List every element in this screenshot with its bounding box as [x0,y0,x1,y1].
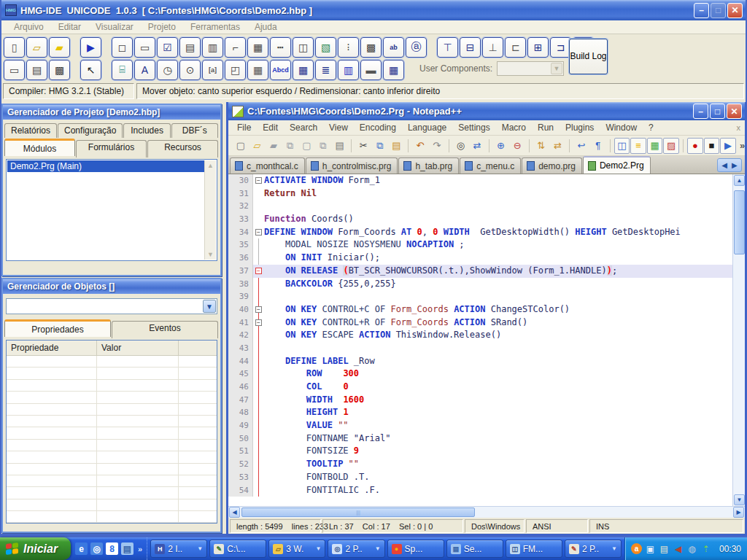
tab-demo-prg[interactable]: demo.prg [522,158,582,174]
combobox-control-button[interactable]: ▥ [202,37,223,58]
search-icon[interactable]: ◎ [90,542,103,555]
macro-record-button[interactable]: ● [687,138,703,154]
paste-button[interactable]: ▤ [389,138,405,154]
tab-recursos[interactable]: Recursos [147,140,218,158]
scroll-right-icon[interactable]: ▶ [733,507,744,518]
speaker-tray-icon[interactable]: ◍ [686,543,697,554]
code-line-48[interactable]: 48 HEIGHT 1 [228,406,732,419]
code-line-50[interactable]: 50 FONTNAME "Arial" [228,432,732,446]
listbox-control-button[interactable]: ▤ [179,37,201,58]
mdi-close-icon[interactable]: x [737,123,741,132]
zoom-in-button[interactable]: ⊕ [493,138,509,154]
print-button[interactable]: ▤ [332,138,348,154]
new-file-button[interactable]: ▢ [233,138,249,154]
tab-demo2-prg[interactable]: Demo2.Prg [583,156,651,174]
window-control-button[interactable]: ◻ [112,37,133,58]
printer-tray-icon[interactable]: ▤ [659,543,670,554]
hmg-menu-editar[interactable]: Editar [52,21,88,33]
task-button-folder[interactable]: ▱3 W.▼ [268,540,325,558]
code-line-43[interactable]: 43 [228,342,732,355]
code-line-41[interactable]: 41− ON KEY CONTROL+R OF Form_Coords ACTI… [228,316,732,330]
hmg-menu-visualizar[interactable]: Visualizar [89,21,140,33]
code-line-35[interactable]: 35 MODAL NOSIZE NOSYSMENU NOCAPTION ; [228,238,732,252]
npp-menu-encoding[interactable]: Encoding [354,122,402,133]
npp-menu-macro[interactable]: Macro [496,122,532,133]
code-line-36[interactable]: 36 ON INIT Iniciar(); [228,252,732,265]
code-line-38[interactable]: 38 BACKCOLOR {255,0,255} [228,278,732,291]
code-line-30[interactable]: 30−ACTIVATE WINDOW Form_1 [228,174,732,187]
tab-includes[interactable]: Includes [123,123,170,138]
task-button-notes[interactable]: ▤Se... [446,540,503,558]
library-button[interactable]: ⌸ [112,60,133,80]
find-button[interactable]: ◎ [453,138,469,154]
word-wrap-button[interactable]: ↩ [573,138,589,154]
code-line-54[interactable]: 54 FONTITALIC .F. [228,484,732,497]
close-all-button[interactable]: ⧉ [315,138,331,154]
notepadpp-close-button[interactable]: ✕ [727,104,742,119]
tab-c-monthcal-c[interactable]: c_monthcal.c [230,158,305,174]
open-file-button[interactable]: ▱ [249,138,266,154]
tree-control-button[interactable]: ⁝ [338,37,359,58]
grid-control-button[interactable]: ▦ [247,37,268,58]
code-line-42[interactable]: 42 ON KEY ESCAPE ACTION ThisWindow.Relea… [228,329,732,342]
fold-collapse-icon[interactable]: − [255,268,262,274]
code-line-46[interactable]: 46 COL 0 [228,381,732,394]
tab-propriedades[interactable]: Propriedades [4,319,111,337]
npp-menu-view[interactable]: View [323,122,354,133]
code-line-33[interactable]: 33Function Coords() [228,213,732,226]
tab-control-button[interactable]: ◫ [293,37,314,58]
tab-c-menu-c[interactable]: c_menu.c [460,158,521,174]
code-line-51[interactable]: 51 FONTSIZE 9 [228,445,732,458]
volume-tray-icon[interactable]: ◀ [673,543,684,554]
macro-play-button[interactable]: ▶ [720,138,736,154]
hyperlink-control-button[interactable]: Abcd [270,60,291,80]
align-right-button[interactable]: ⊐ [550,37,571,58]
task-button-paint[interactable]: ✎2 P..▼ [565,540,622,558]
label-control-button[interactable]: A [134,60,155,80]
align-middle-button[interactable]: ⊟ [460,37,481,58]
progressbar-control-button[interactable]: ▥ [338,60,359,80]
open-project-button[interactable]: ▱ [26,37,47,58]
image-control-button[interactable]: ▧ [315,37,336,58]
task-button-fm-window[interactable]: ◫FM... [506,540,562,558]
tab-eventos[interactable]: Eventos [112,321,218,338]
save-all-button[interactable]: ⧉ [282,138,298,154]
task-button-chrome[interactable]: ●Sp... [387,540,444,558]
tab-h-tab-prg[interactable]: h_tab.prg [398,158,459,174]
tab-formul-rios[interactable]: Formulários [76,140,147,158]
quick-launch-overflow-icon[interactable]: » [138,545,142,553]
pointer-button[interactable]: ↖ [80,60,101,80]
tab-scroll-buttons[interactable]: ◀▶ [717,158,742,172]
build-log-button[interactable]: Build Log [569,39,608,74]
sync-vertical-button[interactable]: ⇅ [533,138,549,154]
editor-horizontal-scrollbar[interactable]: ◀ ▶ [228,506,745,518]
code-line-52[interactable]: 52 TOOLTIP "" [228,458,732,471]
new-file-button[interactable]: ▯ [4,37,25,58]
scroll-down-icon[interactable]: ▼ [734,494,745,505]
avast-tray-icon[interactable]: a [631,543,642,554]
copy-button[interactable]: ⧉ [372,138,388,154]
tab-h-controlmisc-prg[interactable]: h_controlmisc.prg [306,158,398,174]
hmg-menu-arquivo[interactable]: Arquivo [7,21,50,33]
close-button[interactable]: ▢ [299,138,315,154]
scroll-left-icon[interactable]: ◀ [229,507,240,518]
checkbox-control-button[interactable]: ☑ [157,37,178,58]
npp-menu-plugins[interactable]: Plugins [560,122,600,133]
fold-collapse-icon[interactable]: − [255,229,262,236]
task-button-notepadpp[interactable]: ✎C:\... [209,540,266,558]
slider-control-button[interactable]: ┅ [270,37,291,58]
notepadpp-minimize-button[interactable]: – [693,104,708,119]
code-line-31[interactable]: 31Return Nil [228,187,732,201]
function-list-button[interactable]: ≡ [630,138,646,154]
npp-menu-[interactable]: ? [643,122,659,133]
radio-control-button[interactable]: ⊙ [179,60,201,80]
code-line-34[interactable]: 34−DEFINE WINDOW Form_Coords AT 0, 0 WID… [228,226,732,239]
hmg-close-button[interactable]: ✕ [727,3,743,18]
toolbar-overflow-icon[interactable]: » [740,140,745,151]
code-line-37[interactable]: 37− ON RELEASE (BT_SCR_SHOWCURSOR(.t.),S… [228,265,732,278]
folder-as-workspace-button[interactable]: ▦ [647,138,663,154]
hmg-menu-projeto[interactable]: Projeto [142,21,182,33]
object-selector-combo[interactable]: ▼ [6,298,217,314]
vertical-scroll-thumb[interactable] [734,190,745,254]
column-header-propriedade[interactable]: Propriedade [7,341,97,355]
